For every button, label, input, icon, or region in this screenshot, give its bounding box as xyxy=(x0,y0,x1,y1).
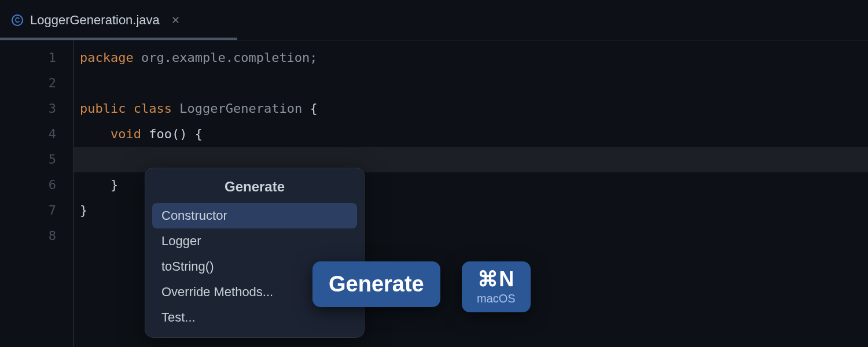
tab-underline xyxy=(0,38,237,40)
tab-title: LoggerGeneration.java xyxy=(30,13,160,28)
line-number: 8 xyxy=(0,223,56,249)
popup-item-constructor[interactable]: Constructor xyxy=(152,203,357,228)
line-number: 5 xyxy=(0,147,56,172)
line-number: 7 xyxy=(0,198,56,223)
line-number: 1 xyxy=(0,45,56,71)
hint-shortcut-key: ⌘N xyxy=(477,267,514,291)
gutter: 1 2 3 4 5 6 7 8 xyxy=(0,40,74,347)
editor-tab[interactable]: C LoggerGeneration.java ✕ xyxy=(0,0,192,40)
popup-item-test[interactable]: Test... xyxy=(152,305,357,330)
hint-action-badge: Generate xyxy=(312,261,440,307)
code-line xyxy=(80,71,868,96)
hint-shortcut-badge: ⌘N macOS xyxy=(462,261,531,312)
popup-title: Generate xyxy=(145,168,364,203)
line-number: 2 xyxy=(0,71,56,96)
hint-os-label: macOS xyxy=(477,292,516,305)
code-line: package org.example.completion; xyxy=(80,45,868,71)
close-icon[interactable]: ✕ xyxy=(171,14,180,27)
hint-action-label: Generate xyxy=(329,272,424,297)
code-line: public class LoggerGeneration { xyxy=(80,96,868,121)
code-line: void foo() { xyxy=(80,121,868,147)
line-number: 3 xyxy=(0,96,56,121)
line-number: 6 xyxy=(0,172,56,198)
tab-bar: C LoggerGeneration.java ✕ xyxy=(0,0,868,40)
popup-item-logger[interactable]: Logger xyxy=(152,228,357,254)
line-number: 4 xyxy=(0,121,56,147)
generate-popup: Generate Constructor Logger toString() O… xyxy=(145,168,365,338)
class-icon: C xyxy=(12,14,23,26)
